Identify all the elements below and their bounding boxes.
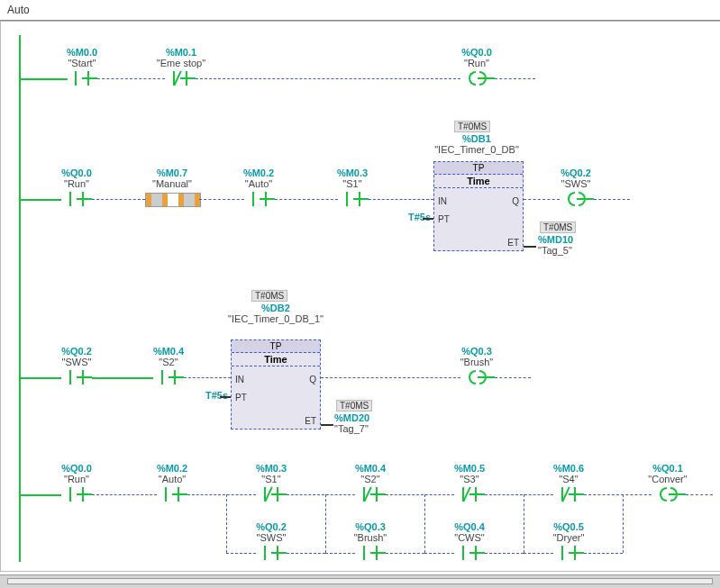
r2-coil-sws[interactable] — [560, 192, 594, 206]
r2-timer-block[interactable]: TP Time IN Q PT ET — [433, 161, 524, 251]
r3-c2-label: %M0.4"S2" — [141, 346, 196, 367]
r4-branch-brush[interactable] — [355, 546, 386, 560]
r2-c2-label: %M0.7"Manual" — [136, 167, 208, 189]
r2-pt-val: T#5s — [390, 212, 431, 222]
r2-contact-auto[interactable] — [244, 192, 275, 206]
r4-nc4-label: %M0.6"S4" — [542, 463, 596, 484]
r3-timer-dblabel: %DB2 "IEC_Timer_0_DB_1" — [226, 303, 325, 324]
r3-timer-topbadge: T#0MS — [251, 290, 287, 302]
r3-contact-sws[interactable] — [61, 370, 92, 384]
r4-contact-s3[interactable] — [454, 487, 485, 502]
r4-contact-s1[interactable] — [256, 487, 287, 502]
r4-out-label: %Q0.1"Conver" — [641, 463, 695, 484]
r4-coil-conver[interactable] — [652, 487, 686, 502]
r3-timer-block[interactable]: TP Time IN Q PT ET — [231, 339, 321, 430]
r4-nc1-label: %M0.3"S1" — [244, 463, 298, 484]
r4-c1-label: %Q0.0"Run" — [50, 463, 104, 484]
r2-c3-label: %M0.2"Auto" — [232, 167, 286, 189]
r2-negbox-manual[interactable] — [145, 193, 201, 207]
r1-coil-run[interactable] — [460, 71, 495, 86]
r2-out-label: %Q0.2"SWS" — [549, 167, 603, 189]
title-bar: Auto — [0, 0, 720, 21]
r1-c2-label: %M0.1 "Eme stop" — [150, 47, 213, 68]
left-power-rail — [19, 35, 21, 562]
r3-c1-label: %Q0.2"SWS" — [50, 346, 104, 367]
r3-coil-brush[interactable] — [460, 370, 495, 384]
r4-br4-label: %Q0.5"Dryer" — [542, 521, 596, 543]
r3-et-badge: T#0MS — [336, 400, 372, 412]
r4-contact-run[interactable] — [61, 487, 92, 502]
r2-timer-dblabel: %DB1 "IEC_Timer_0_DB" — [432, 133, 522, 155]
r2-c4-label: %M0.3"S1" — [325, 167, 379, 189]
r4-contact-s2[interactable] — [355, 487, 386, 502]
title-text: Auto — [7, 4, 30, 16]
r4-br1-label: %Q0.2"SWS" — [244, 521, 298, 543]
r1-contact-start[interactable] — [67, 71, 97, 86]
r3-out-label: %Q0.3"Brush" — [450, 346, 504, 367]
r1-out-label: %Q0.0 "Run" — [450, 47, 504, 68]
r3-pt-val: T#5s — [187, 390, 228, 401]
r2-timer-topbadge: T#0MS — [454, 121, 490, 132]
r2-et-badge: T#0MS — [540, 222, 576, 233]
r3-et-label: %MD20 "Tag_7" — [334, 412, 385, 434]
r4-c2-label: %M0.2"Auto" — [145, 463, 199, 484]
r1-contact-emestop[interactable] — [165, 71, 196, 86]
r2-c1-label: %Q0.0"Run" — [50, 167, 104, 189]
r4-contact-auto[interactable] — [157, 487, 187, 502]
r2-contact-run[interactable] — [61, 192, 92, 206]
r4-nc3-label: %M0.5"S3" — [442, 463, 497, 484]
r4-branch-dryer[interactable] — [553, 546, 584, 560]
r2-contact-s1[interactable] — [338, 192, 369, 206]
r4-br2-label: %Q0.3"Brush" — [343, 521, 397, 543]
r1-c1-label: %M0.0 "Start" — [55, 47, 109, 68]
r3-contact-s2[interactable] — [153, 370, 184, 384]
r4-nc2-label: %M0.4"S2" — [343, 463, 397, 484]
r2-et-label: %MD10 "Tag_5" — [538, 234, 588, 256]
r4-branch-sws[interactable] — [256, 546, 287, 560]
ladder-canvas[interactable]: %M0.0 "Start" %M0.1 "Eme stop" %Q0.0 "Ru… — [0, 21, 720, 572]
r4-contact-s4[interactable] — [553, 487, 584, 502]
r4-br3-label: %Q0.4"CWS" — [442, 521, 497, 543]
r4-branch-cws[interactable] — [454, 546, 485, 560]
